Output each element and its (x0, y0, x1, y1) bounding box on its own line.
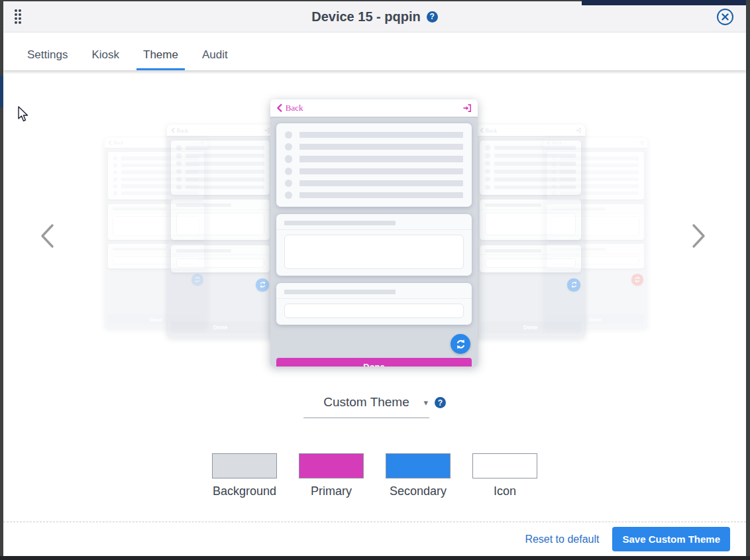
input-skeleton (176, 258, 265, 268)
swatch-label: Background (213, 484, 276, 498)
dot-skeleton (176, 161, 181, 166)
preview-header: Back (476, 125, 585, 136)
swatch-color-icon[interactable] (472, 453, 537, 478)
input-skeleton (485, 258, 576, 268)
swatch-color-background[interactable] (212, 453, 277, 478)
swatch-background[interactable]: Background (212, 453, 277, 498)
sync-row (276, 334, 470, 354)
bar-skeleton (494, 186, 575, 190)
bar-skeleton (186, 154, 264, 158)
skeleton-row (485, 177, 575, 182)
page-title: Device 15 - pqpin (311, 9, 421, 25)
chevron-down-icon: ▾ (423, 398, 428, 408)
dot-skeleton (285, 131, 292, 139)
skeleton-row (485, 169, 575, 174)
sign-in-icon (575, 127, 581, 133)
swatch-color-secondary[interactable] (386, 453, 451, 478)
dot-skeleton (113, 184, 117, 188)
skeleton-row (176, 177, 264, 182)
dot-skeleton (285, 155, 292, 162)
dot-skeleton (113, 156, 117, 160)
dot-skeleton (113, 163, 117, 167)
divider (276, 229, 472, 230)
reset-to-default-link[interactable]: Reset to default (525, 533, 599, 545)
modal-footer: Reset to default Save Custom Theme (3, 522, 746, 556)
theme-select-help-icon[interactable]: ? (435, 397, 446, 408)
divider (480, 254, 581, 255)
bar-skeleton (299, 180, 463, 186)
preview-done-button: Done (171, 321, 270, 333)
skeleton-row (176, 153, 264, 158)
title-help-icon[interactable]: ? (427, 11, 438, 23)
theme-preview-right[interactable]: Back Done (476, 125, 585, 338)
bar-skeleton (186, 178, 264, 182)
dot-skeleton (285, 168, 292, 175)
save-custom-theme-button[interactable]: Save Custom Theme (612, 527, 730, 551)
theme-select-value: Custom Theme (323, 395, 409, 410)
dot-skeleton (485, 177, 490, 182)
dot-skeleton (485, 153, 490, 158)
skeleton-list-card (171, 140, 270, 195)
dot-skeleton (176, 185, 181, 190)
swatch-secondary[interactable]: Secondary (386, 453, 451, 498)
swatch-label: Icon (494, 484, 516, 498)
divider (171, 254, 270, 255)
close-icon[interactable] (717, 9, 733, 25)
carousel-prev-button[interactable] (35, 220, 59, 252)
tab-kiosk[interactable]: Kiosk (85, 32, 126, 70)
dot-skeleton (113, 191, 117, 195)
bar-skeleton (299, 168, 463, 174)
dot-skeleton (113, 170, 117, 174)
preview-done-button[interactable]: Done (276, 358, 472, 366)
refresh-icon (256, 278, 269, 292)
divider (276, 298, 472, 299)
bar-skeleton (186, 146, 264, 150)
drag-handle-icon[interactable] (15, 9, 21, 24)
theme-select[interactable]: Custom Theme ▾ (303, 395, 429, 418)
skeleton-list-card (276, 123, 472, 206)
skeleton-field-card (276, 283, 472, 325)
skeleton-field-card (171, 245, 270, 273)
sync-row (171, 278, 269, 292)
swatch-icon[interactable]: Icon (472, 453, 537, 498)
dot-skeleton (285, 180, 292, 187)
skeleton-row (285, 131, 463, 139)
tab-audit[interactable]: Audit (195, 32, 235, 70)
preview-body: Done (476, 136, 585, 338)
bar-skeleton (186, 186, 264, 190)
swatch-primary[interactable]: Primary (299, 453, 364, 498)
bar-skeleton (186, 162, 264, 166)
dot-skeleton (176, 153, 181, 158)
bar-skeleton (299, 144, 463, 150)
bar-skeleton (494, 170, 575, 174)
swatch-color-primary[interactable] (299, 453, 364, 478)
tab-settings[interactable]: Settings (21, 32, 74, 70)
sync-row (480, 278, 580, 292)
dot-skeleton (285, 192, 292, 199)
dot-skeleton (485, 185, 490, 190)
dot-skeleton (485, 169, 490, 174)
textarea-skeleton (284, 235, 464, 269)
sign-in-icon (264, 127, 270, 133)
textarea-skeleton (176, 213, 265, 235)
theme-preview-left[interactable]: Back Done (167, 125, 274, 338)
skeleton-list-card (480, 140, 581, 195)
sign-in-icon (639, 140, 644, 145)
skeleton-field-card (276, 214, 472, 276)
skeleton-row (176, 161, 264, 166)
carousel-next-button[interactable] (687, 220, 711, 252)
skeleton-row (485, 153, 575, 158)
tab-theme[interactable]: Theme (136, 32, 185, 70)
field-label-skeleton (113, 207, 166, 210)
skeleton-row (176, 185, 264, 190)
theme-preview-active[interactable]: Back Done (270, 99, 478, 366)
refresh-icon[interactable] (451, 334, 470, 354)
bar-skeleton (299, 192, 463, 198)
skeleton-field-card (480, 199, 581, 240)
refresh-icon (567, 278, 580, 292)
dot-skeleton (485, 161, 490, 166)
skeleton-row (485, 185, 575, 190)
back-link: Back (108, 140, 123, 146)
back-link[interactable]: Back (276, 103, 303, 113)
swatch-label: Primary (311, 484, 352, 498)
